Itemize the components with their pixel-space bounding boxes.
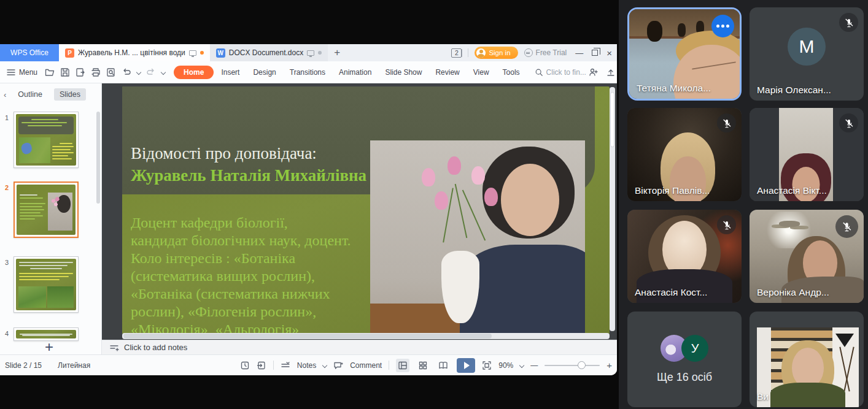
comment-label[interactable]: Comment	[350, 361, 382, 370]
zoom-dropdown-icon[interactable]	[519, 362, 524, 367]
presentation-document-tab[interactable]: P Журавель Н.М. ... цвітіння води	[59, 44, 210, 61]
print-preview-icon[interactable]	[106, 67, 116, 77]
share-with-people-icon[interactable]	[589, 67, 599, 77]
center-column: Відомості про доповідача: Журавель Натал…	[102, 83, 617, 354]
status-bar: Slide 2 / 15 Литейная Notes Comment	[0, 354, 617, 375]
slide-thumbnail-row-1: 1	[0, 112, 98, 168]
restore-button[interactable]	[592, 50, 598, 56]
collapse-panel-button[interactable]: ‹	[4, 90, 6, 99]
participant-tile-anastasia-v[interactable]: Анастасія Вікт...	[750, 108, 864, 201]
sign-in-button[interactable]: Sign in	[475, 47, 517, 59]
zoom-in-button[interactable]: +	[606, 360, 612, 370]
avatar: M	[788, 28, 826, 66]
slide-2-preview	[17, 185, 76, 235]
tulip-shape	[422, 168, 435, 186]
participant-name: Анастасія Кост...	[635, 287, 707, 298]
docx-document-tab[interactable]: W DOCX Document.docx	[210, 44, 328, 61]
add-slide-button[interactable]: +	[0, 338, 98, 354]
undo-dropdown-icon[interactable]	[136, 69, 141, 74]
notes-dropdown-icon[interactable]	[322, 362, 327, 367]
tab-tools[interactable]: Tools	[497, 66, 526, 79]
participant-name: Вероніка Андр...	[757, 287, 829, 298]
slide-4-preview	[16, 330, 76, 338]
hamburger-icon	[6, 67, 16, 77]
redo-icon[interactable]	[146, 67, 156, 77]
slide-2-thumbnail-selected[interactable]	[14, 182, 79, 238]
current-slide[interactable]: Відомості про доповідача: Журавель Натал…	[122, 86, 610, 334]
comment-add-icon[interactable]	[333, 361, 343, 370]
slide-thumbnail-row-2: 2	[0, 182, 98, 238]
normal-view-button[interactable]	[396, 359, 409, 372]
new-tab-button[interactable]: +	[328, 44, 346, 61]
vertical-scrollbar-thumb[interactable]	[610, 92, 614, 147]
tab-animation[interactable]: Animation	[333, 66, 378, 79]
slideshow-play-button[interactable]	[457, 358, 475, 373]
speaker-photo	[370, 140, 585, 334]
print-icon[interactable]	[91, 67, 101, 77]
theme-name[interactable]: Литейная	[58, 361, 90, 370]
more-participants-tile[interactable]: У Ще 16 осіб	[627, 312, 742, 407]
glove-shape	[20, 142, 34, 156]
slide-1-side-text	[52, 143, 74, 161]
toolbar-more-icon[interactable]	[161, 69, 166, 74]
close-button[interactable]: ×	[606, 48, 612, 58]
notes-toggle-label[interactable]: Notes	[297, 361, 316, 370]
lamp-shade-shape	[835, 334, 854, 347]
undo-icon[interactable]	[122, 67, 131, 77]
body-line: кандидат біологічних наук, доцент.	[131, 232, 351, 250]
rehearse-timer-icon[interactable]	[240, 361, 250, 370]
notes-toggle-icon[interactable]	[281, 361, 290, 370]
menu-button[interactable]: Menu	[6, 67, 37, 77]
handout-master-icon[interactable]	[257, 361, 266, 370]
tab-view[interactable]: View	[467, 66, 495, 79]
slide-sorter-button[interactable]	[416, 359, 430, 372]
docx-monitor-icon	[307, 50, 314, 56]
zoom-slider[interactable]	[544, 365, 600, 366]
export-pdf-icon[interactable]	[76, 67, 85, 77]
slide-3-thumbnail[interactable]	[14, 256, 79, 313]
tab-design[interactable]: Design	[247, 66, 282, 79]
tab-slide-show[interactable]: Slide Show	[379, 66, 428, 79]
lantern-shapes	[678, 23, 686, 37]
participant-tile-maria[interactable]: M Марія Олексан...	[750, 7, 864, 101]
panel-scrollbar[interactable]	[96, 112, 100, 204]
window-count-button[interactable]: 2	[451, 48, 462, 58]
slide-title-line-2: Журавель Наталія Михайлівна	[131, 166, 366, 185]
self-name-label: Ви	[757, 391, 769, 402]
zoom-slider-knob[interactable]	[578, 361, 586, 369]
horizontal-scrollbar[interactable]	[122, 333, 610, 339]
outline-tab[interactable]: Outline	[12, 88, 48, 101]
minimize-button[interactable]: —	[575, 48, 583, 58]
zoom-out-button[interactable]: —	[530, 361, 538, 370]
slides-tab[interactable]: Slides	[54, 88, 86, 101]
tab-insert[interactable]: Insert	[215, 66, 246, 79]
participant-tile-viktoria[interactable]: Вікторія Павлів...	[627, 108, 742, 201]
wps-home-tab[interactable]: WPS Office	[0, 44, 59, 61]
save-icon[interactable]	[60, 67, 70, 77]
fit-to-window-icon[interactable]	[482, 361, 492, 370]
open-icon[interactable]	[45, 67, 55, 77]
slide-1-thumbnail[interactable]	[14, 112, 79, 168]
horizontal-scrollbar-thumb[interactable]	[123, 334, 492, 338]
mic-muted-icon	[717, 215, 736, 234]
self-video-feed	[757, 327, 859, 407]
slide-3-image-left	[18, 286, 46, 308]
tulip-shape	[435, 191, 448, 210]
tab-home[interactable]: Home	[174, 66, 214, 79]
search-input[interactable]: Click to fin...	[535, 68, 586, 77]
reading-view-button[interactable]	[436, 359, 450, 372]
tab-transitions[interactable]: Transitions	[284, 66, 331, 79]
participant-tile-tetyana[interactable]: Тетяна Микола...	[627, 7, 742, 101]
more-participants-content: У Ще 16 осіб	[627, 312, 742, 407]
participant-tile-veronika[interactable]: Вероніка Андр...	[750, 210, 864, 303]
self-view-tile[interactable]: Ви	[750, 312, 864, 407]
shirt-shape	[770, 383, 845, 407]
participant-name: Тетяна Микола...	[637, 83, 711, 94]
notes-bar[interactable]: Click to add notes	[102, 340, 617, 354]
free-trial-button[interactable]: Free Trial	[524, 48, 567, 57]
share-export-icon[interactable]	[606, 67, 616, 77]
zoom-level[interactable]: 90%	[498, 361, 513, 370]
tab-review[interactable]: Review	[429, 66, 465, 79]
tile-more-options-button[interactable]	[711, 15, 734, 37]
participant-tile-anastasia-k[interactable]: Анастасія Кост...	[627, 210, 742, 303]
